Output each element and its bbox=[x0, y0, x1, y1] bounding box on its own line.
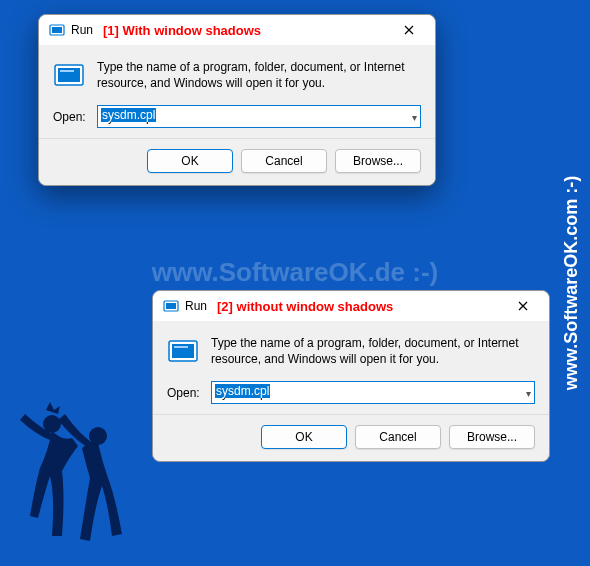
open-input[interactable] bbox=[211, 381, 535, 404]
run-large-icon bbox=[53, 59, 85, 91]
open-combobox[interactable]: sysdm.cpl ▾ bbox=[97, 105, 421, 128]
cancel-button[interactable]: Cancel bbox=[241, 149, 327, 173]
open-combobox[interactable]: sysdm.cpl ▾ bbox=[211, 381, 535, 404]
svg-rect-8 bbox=[166, 303, 176, 309]
watermark-right: www.SoftwareOK.com :-) bbox=[561, 176, 582, 390]
svg-rect-11 bbox=[174, 346, 188, 348]
description-text: Type the name of a program, folder, docu… bbox=[97, 59, 421, 91]
open-label: Open: bbox=[167, 386, 203, 400]
close-button[interactable] bbox=[389, 16, 429, 44]
svg-point-1 bbox=[89, 427, 107, 445]
open-input[interactable] bbox=[97, 105, 421, 128]
close-icon bbox=[404, 25, 414, 35]
ok-button[interactable]: OK bbox=[147, 149, 233, 173]
run-icon bbox=[49, 22, 65, 38]
button-strip: OK Cancel Browse... bbox=[153, 414, 549, 461]
svg-point-0 bbox=[43, 415, 61, 433]
annotation-2: [2] without window shadows bbox=[217, 299, 393, 314]
run-dialog-with-shadow: Run [1] With window shadows Type the nam… bbox=[38, 14, 436, 186]
run-large-icon bbox=[167, 335, 199, 367]
annotation-1: [1] With window shadows bbox=[103, 23, 261, 38]
close-icon bbox=[518, 301, 528, 311]
run-icon bbox=[163, 298, 179, 314]
button-strip: OK Cancel Browse... bbox=[39, 138, 435, 185]
close-button[interactable] bbox=[503, 292, 543, 320]
browse-button[interactable]: Browse... bbox=[449, 425, 535, 449]
browse-button[interactable]: Browse... bbox=[335, 149, 421, 173]
cancel-button[interactable]: Cancel bbox=[355, 425, 441, 449]
ok-button[interactable]: OK bbox=[261, 425, 347, 449]
svg-rect-3 bbox=[52, 27, 62, 33]
run-dialog-without-shadow: Run [2] without window shadows Type the … bbox=[152, 290, 550, 462]
window-title: Run bbox=[185, 299, 207, 313]
titlebar[interactable]: Run [2] without window shadows bbox=[153, 291, 549, 321]
svg-rect-6 bbox=[60, 70, 74, 72]
titlebar[interactable]: Run [1] With window shadows bbox=[39, 15, 435, 45]
watermark-center: www.SoftwareOK.de :-) bbox=[152, 256, 439, 287]
window-title: Run bbox=[71, 23, 93, 37]
dancers-silhouette bbox=[10, 396, 150, 556]
description-text: Type the name of a program, folder, docu… bbox=[211, 335, 535, 367]
open-label: Open: bbox=[53, 110, 89, 124]
